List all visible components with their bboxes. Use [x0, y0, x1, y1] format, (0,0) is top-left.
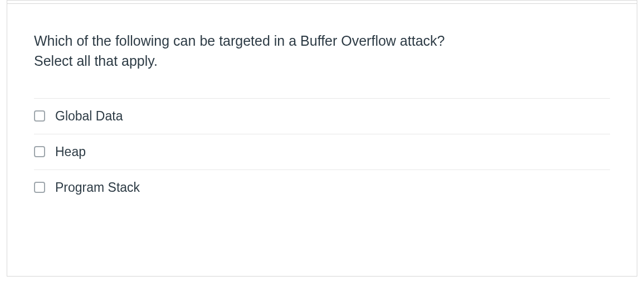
option-label: Global Data: [55, 109, 123, 124]
question-text: Which of the following can be targeted i…: [7, 4, 637, 85]
checkbox[interactable]: [34, 146, 45, 157]
checkbox[interactable]: [34, 110, 45, 122]
checkbox[interactable]: [34, 182, 45, 193]
question-line-2: Select all that apply.: [34, 51, 610, 71]
option-row[interactable]: Heap: [34, 134, 610, 169]
option-row[interactable]: Global Data: [34, 98, 610, 134]
option-label: Program Stack: [55, 180, 140, 195]
option-row[interactable]: Program Stack: [34, 169, 610, 205]
question-line-1: Which of the following can be targeted i…: [34, 31, 610, 51]
option-label: Heap: [55, 144, 86, 159]
options-container: Global Data Heap Program Stack: [7, 98, 637, 223]
question-container: Which of the following can be targeted i…: [7, 0, 637, 277]
